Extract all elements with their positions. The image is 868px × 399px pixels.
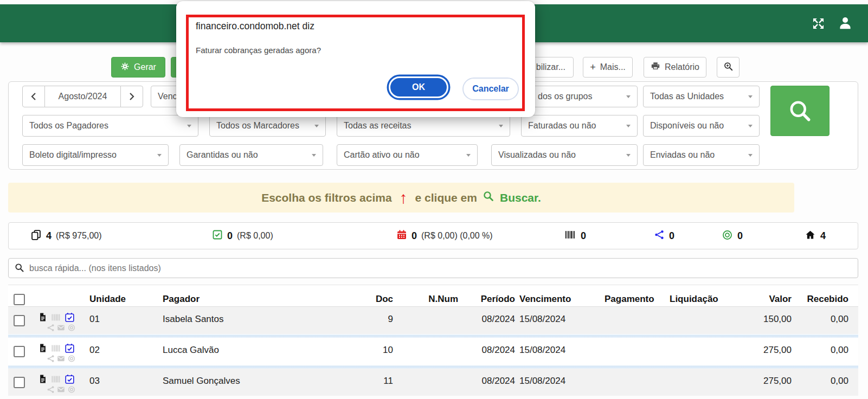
barcode-icon[interactable] bbox=[50, 312, 62, 323]
prev-period-button[interactable] bbox=[22, 86, 45, 107]
receitas-dropdown[interactable]: Todas as receitas bbox=[337, 115, 510, 137]
period-label: Agosto/2024 bbox=[59, 92, 107, 101]
envelope-icon[interactable] bbox=[56, 385, 66, 394]
envelope-icon[interactable] bbox=[56, 355, 66, 363]
stat-value: 0 bbox=[227, 230, 233, 242]
share-icon[interactable] bbox=[47, 355, 55, 363]
dialog-ok-button[interactable]: OK bbox=[389, 76, 448, 98]
row-checkbox[interactable] bbox=[14, 346, 25, 357]
unidades-dropdown[interactable]: Todas as Unidades bbox=[643, 86, 760, 107]
cell-recebido: 0,00 bbox=[792, 369, 848, 396]
home-icon bbox=[805, 229, 816, 243]
cell-pagador: Isabela Santos bbox=[163, 307, 358, 334]
calendar-icon bbox=[396, 229, 407, 242]
eye-icon[interactable] bbox=[67, 324, 76, 332]
search-icon bbox=[787, 98, 813, 124]
document-icon[interactable] bbox=[38, 343, 48, 353]
calendar-check-icon[interactable] bbox=[65, 343, 75, 353]
quick-search-input[interactable] bbox=[8, 258, 858, 278]
enviadas-dropdown[interactable]: Enviadas ou não bbox=[643, 144, 760, 166]
visualizadas-dropdown[interactable]: Visualizadas ou não bbox=[491, 144, 638, 166]
gerar-label: Gerar bbox=[134, 62, 156, 72]
eye-icon[interactable] bbox=[67, 355, 76, 363]
up-arrow-icon: ↑ bbox=[400, 190, 408, 206]
cell-periodo: 08/2024 bbox=[458, 338, 515, 365]
cell-valor: 275,00 bbox=[748, 338, 792, 365]
document-icon[interactable] bbox=[38, 312, 48, 323]
printer-icon bbox=[651, 61, 660, 73]
calendar-check-icon[interactable] bbox=[65, 312, 75, 323]
chevron-down-icon bbox=[499, 125, 503, 127]
table-header-row: Unidade Pagador Doc N.Num Período Vencim… bbox=[8, 285, 858, 307]
marcadores-dropdown-label: Todos os Marcadores bbox=[216, 121, 299, 131]
chevron-down-icon bbox=[314, 125, 319, 127]
search-submit-button[interactable] bbox=[770, 86, 830, 136]
faturadas-dropdown-label: Faturadas ou não bbox=[528, 121, 596, 131]
row-checkbox[interactable] bbox=[14, 315, 25, 326]
stat-paid: 0 (R$ 0,00) bbox=[212, 223, 273, 249]
stat-extra: (R$ 975,00) bbox=[56, 231, 102, 241]
gerar-button[interactable]: Gerar bbox=[111, 57, 165, 78]
banner-text-2: e clique em bbox=[415, 191, 477, 204]
search-icon bbox=[15, 263, 24, 275]
cell-periodo: 08/2024 bbox=[458, 307, 515, 334]
cartao-dropdown[interactable]: Cartão ativo ou não bbox=[337, 144, 478, 166]
share-icon bbox=[654, 229, 665, 242]
boleto-dropdown[interactable]: Boleto digital/impresso bbox=[22, 144, 169, 166]
select-all-checkbox[interactable] bbox=[14, 294, 25, 305]
marcadores-dropdown[interactable]: Todos os Marcadores bbox=[209, 115, 326, 137]
col-valor: Valor bbox=[748, 285, 792, 306]
col-liquidacao: Liquidação bbox=[670, 285, 748, 306]
dialog-cancel-button[interactable]: Cancelar bbox=[462, 78, 519, 100]
browser-confirm-dialog: financeiro.condomob.net diz Faturar cobr… bbox=[176, 1, 535, 117]
plus-icon: + bbox=[590, 62, 596, 72]
eye-icon[interactable] bbox=[67, 385, 76, 394]
mais-button[interactable]: + Mais... bbox=[583, 57, 633, 78]
calendar-check-icon[interactable] bbox=[65, 374, 75, 384]
zoom-in-icon bbox=[723, 61, 734, 74]
receitas-dropdown-label: Todas as receitas bbox=[344, 121, 412, 131]
header-icons-spacer bbox=[38, 285, 89, 306]
cell-nnum bbox=[393, 369, 458, 396]
table-row[interactable]: 01 Isabela Santos 9 08/2024 15/08/2024 1… bbox=[8, 307, 858, 334]
col-periodo: Período bbox=[458, 285, 515, 306]
table-row[interactable]: 03 Samuel Gonçalves 11 08/2024 15/08/202… bbox=[8, 369, 858, 396]
grupos-dropdown[interactable]: dos os grupos bbox=[531, 86, 638, 107]
chevron-down-icon bbox=[748, 125, 753, 127]
row-icons bbox=[38, 338, 89, 365]
next-period-button[interactable] bbox=[120, 86, 143, 107]
stat-billed: 0 (R$ 0,00) (0,00 %) bbox=[396, 223, 493, 249]
document-icon[interactable] bbox=[38, 374, 48, 384]
relatorio-button[interactable]: Relatório bbox=[644, 57, 706, 78]
cell-unidade: 03 bbox=[89, 369, 163, 396]
expand-arrows-icon[interactable] bbox=[811, 16, 826, 31]
cell-liquidacao bbox=[670, 369, 748, 396]
stats-bar: 4 (R$ 975,00) 0 (R$ 0,00) bbox=[8, 222, 858, 249]
disponiveis-dropdown[interactable]: Disponíveis ou não bbox=[643, 115, 760, 137]
stat-value: 0 bbox=[737, 230, 743, 242]
stat-value: 4 bbox=[46, 230, 52, 242]
banner-buscar-label: Buscar. bbox=[500, 191, 541, 204]
row-icons bbox=[38, 369, 89, 396]
row-checkbox[interactable] bbox=[14, 377, 25, 388]
chevron-down-icon bbox=[748, 154, 753, 157]
toolbar-search-button[interactable] bbox=[717, 57, 740, 78]
period-selector[interactable]: Agosto/2024 bbox=[44, 86, 121, 107]
faturadas-dropdown[interactable]: Faturadas ou não bbox=[521, 115, 638, 137]
mais-label: Mais... bbox=[600, 62, 626, 72]
envelope-icon[interactable] bbox=[56, 324, 66, 332]
user-icon[interactable] bbox=[838, 16, 853, 31]
cell-vencimento: 15/08/2024 bbox=[515, 307, 605, 334]
pagadores-dropdown[interactable]: Todos os Pagadores bbox=[22, 115, 198, 137]
cell-vencimento: 15/08/2024 bbox=[515, 338, 605, 365]
col-recebido: Recebido bbox=[792, 285, 848, 306]
chevron-down-icon bbox=[466, 154, 471, 157]
barcode-icon[interactable] bbox=[50, 374, 62, 384]
share-icon[interactable] bbox=[47, 385, 55, 394]
share-icon[interactable] bbox=[47, 324, 55, 332]
barcode-icon[interactable] bbox=[50, 343, 62, 353]
chevron-down-icon bbox=[626, 95, 631, 98]
table-row[interactable]: 02 Lucca Galvão 10 08/2024 15/08/2024 27… bbox=[8, 338, 858, 365]
garantidas-dropdown[interactable]: Garantidas ou não bbox=[179, 144, 323, 166]
cell-nnum bbox=[393, 338, 458, 365]
